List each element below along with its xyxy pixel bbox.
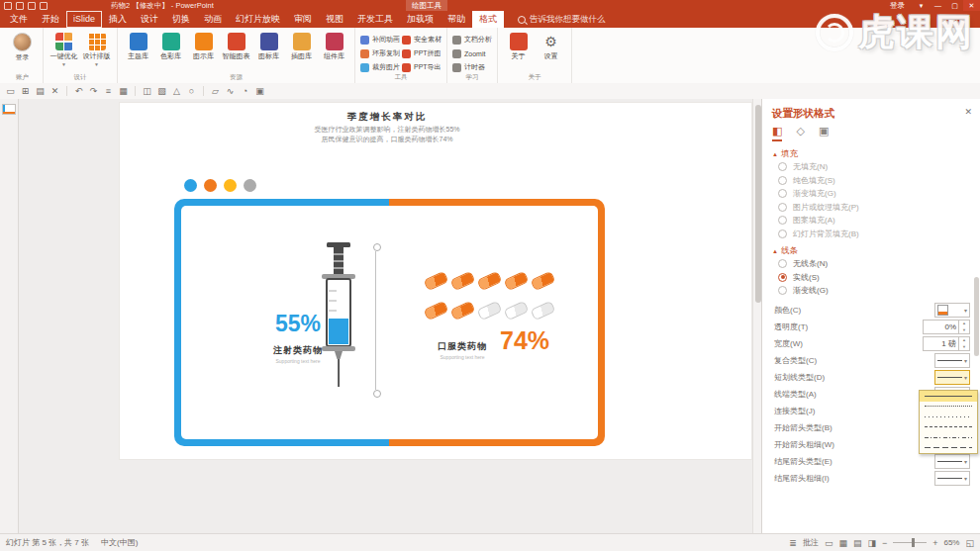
language-indicator[interactable]: 中文(中国) bbox=[101, 537, 138, 548]
tab-help[interactable]: 帮助 bbox=[441, 11, 472, 28]
end-arrow-type-dropdown[interactable]: ▾ bbox=[934, 454, 970, 469]
capsule-icon[interactable] bbox=[531, 271, 556, 291]
end-arrow-size-dropdown[interactable]: ▾ bbox=[934, 471, 970, 486]
toolbar-icon[interactable]: ◔ bbox=[240, 84, 250, 99]
line-color-button[interactable]: ▾ bbox=[934, 303, 970, 318]
gradient-fill-option[interactable]: 渐变填充(G) bbox=[762, 187, 980, 201]
tab-islide[interactable]: iSlide bbox=[66, 11, 102, 28]
capsule-icon[interactable] bbox=[450, 271, 476, 291]
ribbon-options-icon[interactable]: ▾ bbox=[913, 0, 930, 11]
no-line-option[interactable]: 无线条(N) bbox=[762, 257, 980, 271]
dot-orange[interactable] bbox=[204, 179, 217, 192]
dash-style-option[interactable] bbox=[920, 412, 977, 422]
zoom-in-icon[interactable]: + bbox=[932, 538, 937, 548]
scrollbar-thumb[interactable] bbox=[755, 105, 761, 303]
slide[interactable]: 季度增长率对比 受医疗行业政策调整影响，注射类药物增长55% 居民保健意识的提高… bbox=[119, 102, 752, 460]
radio-icon[interactable] bbox=[778, 216, 787, 225]
sign-in-button[interactable]: 登录 bbox=[890, 1, 905, 11]
tab-home[interactable]: 开始 bbox=[35, 11, 66, 28]
dash-style-option[interactable] bbox=[920, 422, 977, 433]
injection-percent[interactable]: 55% bbox=[252, 311, 343, 337]
design-layout-button[interactable]: 设计排版 ▼ bbox=[81, 31, 112, 66]
tab-animations[interactable]: 动画 bbox=[197, 11, 229, 28]
injection-label[interactable]: 注射类药物 bbox=[252, 344, 343, 357]
vertical-divider[interactable] bbox=[375, 251, 376, 390]
spin-down-icon[interactable]: ▼ bbox=[959, 344, 969, 351]
radio-icon[interactable] bbox=[778, 162, 787, 171]
toolbar-icon[interactable]: ▧ bbox=[156, 84, 167, 99]
toolbar-icon[interactable]: ▣ bbox=[254, 84, 265, 99]
toolbar-icon[interactable]: △ bbox=[171, 84, 182, 99]
zoom-slider-thumb[interactable] bbox=[912, 538, 915, 547]
capsule-icon[interactable] bbox=[424, 301, 449, 321]
line-section-header[interactable]: ▲线条 bbox=[772, 245, 798, 257]
tab-slideshow[interactable]: 幻灯片放映 bbox=[229, 11, 287, 28]
icon-library-button[interactable]: 图标库 bbox=[253, 31, 284, 61]
capsule-icon[interactable] bbox=[504, 301, 530, 321]
size-properties-tab-icon[interactable]: ▣ bbox=[819, 125, 829, 141]
oral-label[interactable]: 口服类药物 bbox=[419, 340, 506, 353]
picture-fill-option[interactable]: 图片或纹理填充(P) bbox=[762, 201, 980, 215]
radio-icon[interactable] bbox=[778, 259, 787, 268]
oral-percent[interactable]: 74% bbox=[500, 326, 549, 355]
component-library-button[interactable]: 组件库 bbox=[319, 31, 349, 61]
dash-style-option[interactable] bbox=[920, 391, 977, 402]
capsule-row-top[interactable] bbox=[425, 275, 554, 287]
no-fill-option[interactable]: 无填充(N) bbox=[762, 160, 980, 174]
dot-blue[interactable] bbox=[184, 179, 197, 192]
capsule-icon[interactable] bbox=[504, 271, 530, 291]
transparency-spinner[interactable]: 0% ▲ ▼ bbox=[923, 320, 970, 334]
radio-selected-icon[interactable] bbox=[778, 273, 787, 282]
ppt-puzzle-button[interactable]: PPT拼图 bbox=[402, 47, 441, 59]
smart-chart-button[interactable]: 智能图表 bbox=[221, 31, 251, 61]
tab-insert[interactable]: 插入 bbox=[102, 11, 134, 28]
tab-design[interactable]: 设计 bbox=[134, 11, 165, 28]
zoomit-button[interactable]: Zoomit bbox=[452, 47, 492, 59]
fill-line-tab-icon[interactable]: ◧ bbox=[772, 125, 782, 141]
radio-icon[interactable] bbox=[778, 286, 787, 295]
fill-section-header[interactable]: ▲填充 bbox=[772, 148, 798, 160]
radio-icon[interactable] bbox=[778, 230, 787, 238]
toolbar-icon[interactable]: ○ bbox=[186, 84, 197, 99]
diagram-library-button[interactable]: 图示库 bbox=[188, 31, 219, 61]
tab-file[interactable]: 文件 bbox=[3, 11, 35, 28]
zoom-percent[interactable]: 65% bbox=[943, 538, 959, 547]
slideshow-icon[interactable] bbox=[40, 2, 48, 10]
toolbar-icon[interactable]: ⊞ bbox=[20, 84, 31, 99]
radio-icon[interactable] bbox=[778, 189, 787, 198]
toolbar-icon[interactable]: ◫ bbox=[142, 84, 152, 99]
doc-analysis-button[interactable]: 文档分析 bbox=[452, 34, 492, 46]
dot-gray[interactable] bbox=[244, 179, 256, 192]
close-icon[interactable]: ✕ bbox=[963, 0, 980, 11]
dash-type-dropdown[interactable]: ▾ bbox=[934, 370, 970, 385]
maximize-icon[interactable]: ▢ bbox=[946, 0, 963, 11]
toolbar-icon[interactable]: ✕ bbox=[49, 84, 60, 99]
capsule-icon[interactable] bbox=[477, 271, 503, 291]
ring-copy-button[interactable]: 环形复制 bbox=[360, 47, 400, 59]
compound-type-dropdown[interactable]: ▾ bbox=[934, 353, 970, 368]
account-button[interactable]: 登录 bbox=[7, 31, 38, 62]
slide-subtitle-line2[interactable]: 居民保健意识的提高，口服类药物增长74% bbox=[120, 135, 654, 144]
toolbar-icon[interactable]: ▤ bbox=[35, 84, 46, 99]
capsule-icon[interactable] bbox=[450, 301, 476, 321]
slide-sorter-icon[interactable]: ▦ bbox=[838, 538, 847, 548]
safe-assets-button[interactable]: 安全素材 bbox=[402, 34, 441, 46]
capsule-icon[interactable] bbox=[424, 271, 449, 291]
panel-scrollbar-thumb[interactable] bbox=[974, 277, 979, 356]
tab-transitions[interactable]: 切换 bbox=[165, 11, 197, 28]
toolbar-icon[interactable]: ▱ bbox=[210, 84, 221, 99]
slide-thumbnail[interactable] bbox=[2, 104, 16, 115]
gradient-line-option[interactable]: 渐变线(G) bbox=[762, 284, 980, 298]
save-icon[interactable] bbox=[4, 2, 12, 10]
radio-icon[interactable] bbox=[778, 176, 787, 185]
zoom-slider[interactable] bbox=[893, 542, 927, 543]
toolbar-icon[interactable]: ≡ bbox=[103, 84, 114, 99]
normal-view-icon[interactable]: ▭ bbox=[825, 538, 833, 548]
reading-view-icon[interactable]: ▤ bbox=[853, 538, 862, 548]
comments-icon[interactable]: ≣ bbox=[789, 538, 797, 548]
spin-down-icon[interactable]: ▼ bbox=[959, 327, 969, 334]
color-library-button[interactable]: 色彩库 bbox=[155, 31, 186, 61]
tab-format[interactable]: 格式 bbox=[472, 11, 504, 28]
background-fill-option[interactable]: 幻灯片背景填充(B) bbox=[762, 228, 980, 241]
oral-support-text[interactable]: Supporting text here bbox=[419, 354, 506, 360]
